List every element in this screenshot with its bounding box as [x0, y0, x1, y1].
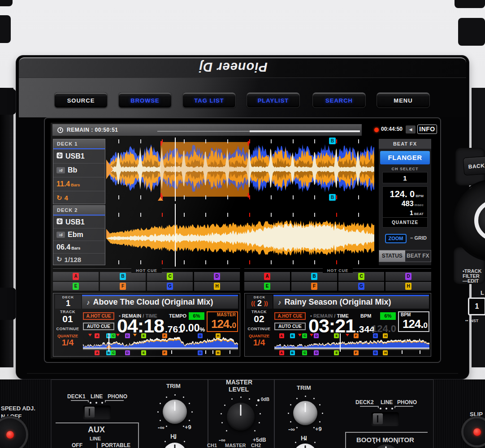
auto-cue-badge[interactable]: AUTO CUE: [274, 323, 306, 330]
hotcue-pad-F[interactable]: F: [100, 282, 146, 291]
cue-marker-H[interactable]: H: [383, 333, 388, 338]
fx-bpm-row: 124. 0BPM: [390, 189, 424, 199]
cue-marker-D[interactable]: D: [314, 350, 319, 355]
clock-icon: [57, 127, 63, 133]
deck2-track-overview[interactable]: AABBCCDDEEFFGGHH: [274, 335, 429, 356]
playlist-button[interactable]: PLAYLIST: [247, 92, 300, 108]
hotcue-pad-E[interactable]: E: [244, 282, 290, 291]
cue-marker-B[interactable]: B: [290, 333, 295, 338]
cue-marker-C[interactable]: C: [302, 333, 307, 338]
cue-marker-A[interactable]: A: [279, 333, 284, 338]
hotcue-pad-F[interactable]: F: [291, 282, 337, 291]
cue-marker-F[interactable]: F: [162, 333, 167, 338]
back-button[interactable]: BACK: [463, 156, 485, 176]
deck1-tempo-label: TEMPO: [169, 313, 186, 319]
cue-marker-D[interactable]: D: [125, 333, 130, 338]
beat-fx-panel: BEAT FX FLANGER CH SELECT 1 124. 0BPM 48…: [379, 139, 431, 265]
cue-marker-C[interactable]: C: [111, 350, 116, 355]
deck2-source-panel[interactable]: DECK 2 USB1 ♭♯ Ebm 06.4 Bars ↺ 1/128: [53, 205, 105, 265]
ch2-input-switch[interactable]: [371, 412, 399, 426]
zoom-button[interactable]: ZOOM: [385, 234, 407, 243]
touchscreen-display[interactable]: REMAIN : 00:50:51 00:44:50 ◀ INFO DECK 1…: [51, 123, 438, 358]
cue-marker-F[interactable]: F: [162, 350, 167, 355]
hotcue-badge-F: F: [311, 283, 317, 290]
hotcue-pad-A[interactable]: A: [244, 272, 290, 281]
cue-marker-H[interactable]: H: [383, 350, 388, 355]
tab-beatfx[interactable]: BEAT FX: [405, 250, 431, 262]
a-hot-cue-badge[interactable]: A.HOT CUE: [83, 312, 114, 320]
hotcue-pad-G[interactable]: G: [338, 282, 384, 291]
cue-marker-F[interactable]: F: [354, 333, 359, 338]
cue-marker-D[interactable]: D: [125, 350, 130, 355]
hotcue-pad-D[interactable]: D: [385, 272, 431, 281]
source-button[interactable]: SOURCE: [54, 92, 108, 108]
tab-status[interactable]: STATUS: [379, 250, 405, 262]
fx-quantize-label[interactable]: QUANTIZE: [383, 217, 427, 227]
hotcue-pad-E[interactable]: E: [53, 282, 99, 291]
cue-marker-E[interactable]: E: [334, 333, 339, 338]
bezel-seam: [27, 373, 458, 374]
auto-cue-badge[interactable]: AUTO CUE: [83, 323, 114, 330]
hotcue-pad-A[interactable]: A: [53, 272, 99, 281]
switch-dot: [391, 408, 393, 409]
master-max: +5dB: [253, 437, 266, 443]
effect-select-button[interactable]: FLANGER: [380, 151, 430, 164]
cue-marker-B[interactable]: B: [290, 350, 295, 355]
hotcue-pad-H[interactable]: H: [385, 282, 431, 291]
trim2-knob[interactable]: [293, 401, 317, 425]
trim1-knob[interactable]: [163, 400, 187, 424]
cue-marker-E[interactable]: E: [334, 350, 339, 355]
cue-marker-E[interactable]: E: [141, 350, 146, 355]
cue-marker-E[interactable]: E: [141, 333, 146, 338]
deck1-track-overview[interactable]: AABBCCDDEEFFGGHH: [83, 335, 238, 356]
hotcue-pad-H[interactable]: H: [194, 282, 240, 291]
a-hot-cue-badge[interactable]: A.HOT CUE: [274, 312, 306, 320]
cue-marker-A[interactable]: A: [95, 350, 100, 355]
hotcue-pad-D[interactable]: D: [194, 272, 240, 281]
grid-label[interactable]: − GRID: [410, 235, 427, 241]
cue-marker-F[interactable]: F: [354, 350, 359, 355]
menu-button[interactable]: MENU: [377, 92, 430, 108]
browse-button[interactable]: BROWSE: [118, 92, 172, 108]
deck1-waveform[interactable]: BB: [106, 138, 375, 201]
cue-marker-C[interactable]: C: [302, 350, 307, 355]
cue-marker-A[interactable]: A: [95, 333, 100, 338]
deck1-source: USB1: [65, 152, 85, 160]
hotcue-pad-C[interactable]: C: [147, 272, 193, 281]
ch1-input-switch[interactable]: [83, 405, 111, 419]
deck1-source-panel[interactable]: DECK 1 USB1 ♭♯ Bb 11.4 Bars ↺ 4: [53, 139, 105, 204]
knob-dot: [305, 439, 306, 440]
hotcue-label: HOT CUE: [323, 268, 353, 273]
deck2-waveform[interactable]: [106, 204, 375, 267]
load-1-button[interactable]: 1: [468, 297, 485, 315]
left-tab-1: [0, 89, 16, 115]
cue-marker-A[interactable]: A: [279, 350, 284, 355]
deck2-tempo-range-badge: 6%: [380, 312, 396, 320]
hotcue-b-marker[interactable]: B: [329, 138, 336, 144]
cue-marker-G[interactable]: G: [198, 333, 203, 338]
hotcue-pad-B[interactable]: B: [100, 272, 146, 281]
hotcue-pad-B[interactable]: B: [291, 272, 337, 281]
master-level-knob[interactable]: [227, 403, 255, 431]
cue-marker-H[interactable]: H: [216, 350, 221, 355]
elapsed-time: 00:44:50: [381, 126, 403, 132]
channel-value[interactable]: 1: [382, 172, 428, 183]
hotcue-pad-G[interactable]: G: [147, 282, 193, 291]
cue-marker-G[interactable]: G: [373, 350, 378, 355]
cue-marker-G[interactable]: G: [373, 333, 378, 338]
info-button[interactable]: INFO: [417, 125, 437, 134]
hotcue-b-marker[interactable]: B: [329, 194, 336, 201]
hotcue-badge-E: E: [264, 283, 270, 290]
collapse-arrow-icon[interactable]: ◀: [406, 125, 416, 134]
cue-marker-G[interactable]: G: [198, 350, 203, 355]
cue-marker-C[interactable]: C: [111, 333, 116, 338]
cue-marker-H[interactable]: H: [216, 333, 221, 338]
hotcue-pad-C[interactable]: C: [338, 272, 384, 281]
beat-tick: [249, 195, 250, 199]
slip-label: SLIP: [470, 411, 483, 418]
tag-list-button[interactable]: TAG LIST: [182, 92, 236, 108]
bracket: [394, 406, 413, 407]
deck2-bpm-label: BPM: [360, 313, 371, 319]
search-button[interactable]: SEARCH: [312, 92, 366, 108]
cue-marker-D[interactable]: D: [314, 333, 319, 338]
